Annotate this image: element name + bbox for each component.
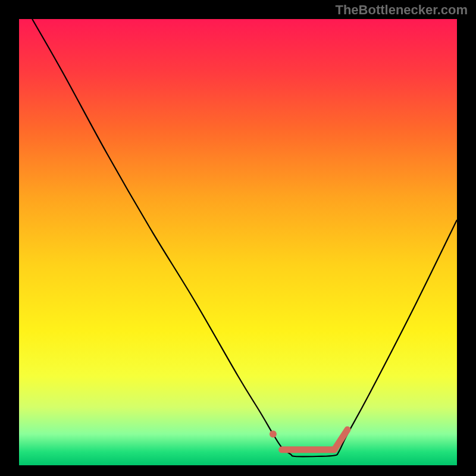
chart-container: TheBottlenecker.com <box>0 0 476 476</box>
gradient-plot-area <box>19 19 457 465</box>
watermark-label: TheBottlenecker.com <box>335 2 468 18</box>
